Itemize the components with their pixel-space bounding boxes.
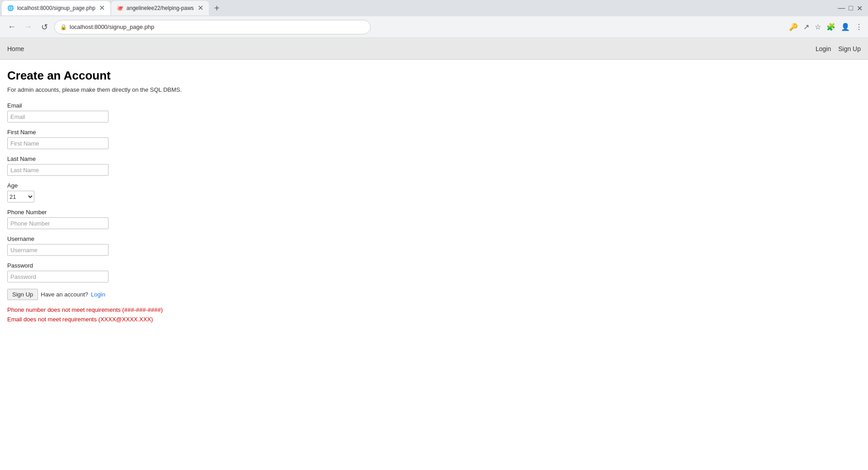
address-bar[interactable]: 🔒 localhost:8000/signup_page.php [54,20,371,34]
back-button[interactable]: ← [5,21,18,33]
page-subtitle: For admin accounts, please make them dir… [7,86,861,93]
profile-icon[interactable]: 👤 [841,23,850,31]
phone-group: Phone Number [7,209,861,229]
username-field[interactable] [7,244,108,256]
lock-icon: 🔒 [60,24,67,30]
username-group: Username [7,235,861,256]
tab-favicon-github: 🐙 [117,5,123,11]
page-title: Create an Account [7,69,861,83]
menu-icon[interactable]: ⋮ [855,23,863,31]
new-tab-button[interactable]: + [210,1,224,15]
nav-signup-link[interactable]: Sign Up [838,45,861,52]
reload-button[interactable]: ↺ [38,21,51,33]
page-content: Create an Account For admin accounts, pl… [0,60,868,470]
lastname-group: Last Name [7,155,861,176]
have-account-text: Have an account? [41,291,88,298]
firstname-field[interactable] [7,137,108,149]
site-nav-right: Login Sign Up [816,45,861,52]
close-window-icon[interactable]: ✕ [857,4,863,13]
tab-close-github[interactable]: ✕ [198,5,203,12]
forward-button[interactable]: → [22,21,34,33]
password-group: Password [7,262,861,282]
address-bar-row: ← → ↺ 🔒 localhost:8000/signup_page.php 🔑… [0,16,868,38]
age-label: Age [7,182,861,189]
phone-label: Phone Number [7,209,861,216]
age-group: Age 21 18 19 20 22 23 24 25 [7,182,861,202]
nav-home-link[interactable]: Home [7,45,24,52]
password-label: Password [7,262,861,269]
password-field[interactable] [7,271,108,282]
extensions-icon[interactable]: 🧩 [826,23,835,31]
email-label: Email [7,102,861,109]
site-navbar: Home Login Sign Up [0,38,868,60]
tab-close-active[interactable]: ✕ [99,5,105,12]
form-actions: Sign Up Have an account? Login [7,289,861,300]
browser-toolbar: 🔑 ↗ ☆ 🧩 👤 ⋮ [789,23,863,31]
phone-error: Phone number does not meet requirements … [7,306,861,315]
username-label: Username [7,235,861,242]
browser-body: Home Login Sign Up Create an Account For… [0,38,868,470]
key-icon: 🔑 [789,23,798,31]
firstname-group: First Name [7,129,861,149]
firstname-label: First Name [7,129,861,136]
minimize-icon[interactable]: — [838,4,845,12]
window-controls: — □ ✕ [838,4,866,13]
login-link[interactable]: Login [91,291,105,298]
tab-title-active: localhost:8000/signup_page.php [17,5,95,11]
age-select[interactable]: 21 18 19 20 22 23 24 25 [7,191,34,202]
lastname-label: Last Name [7,155,861,162]
email-field[interactable] [7,111,108,122]
tab-github[interactable]: 🐙 angelinelee22/helping-paws ✕ [111,1,209,15]
validation-messages: Phone number does not meet requirements … [7,306,861,324]
email-error: Email does not meet requirements (XXXX@X… [7,315,861,324]
tab-title-github: angelinelee22/helping-paws [127,5,194,11]
tab-favicon-active: 🌐 [7,5,14,11]
maximize-icon[interactable]: □ [849,4,853,12]
phone-field[interactable] [7,217,108,229]
nav-login-link[interactable]: Login [816,45,831,52]
share-icon[interactable]: ↗ [803,23,809,31]
email-group: Email [7,102,861,122]
signup-button[interactable]: Sign Up [7,289,38,300]
lastname-field[interactable] [7,164,108,176]
bookmark-icon[interactable]: ☆ [815,23,821,31]
tab-active[interactable]: 🌐 localhost:8000/signup_page.php ✕ [2,1,110,15]
url-display: localhost:8000/signup_page.php [70,24,365,30]
tab-bar: 🌐 localhost:8000/signup_page.php ✕ 🐙 ang… [0,0,868,16]
